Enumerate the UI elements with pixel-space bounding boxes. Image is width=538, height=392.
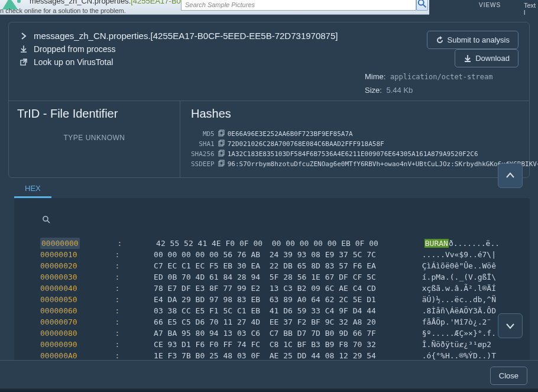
virustotal-row[interactable]: Look up on VirusTotal [20, 57, 353, 67]
hex-bytes: 00 00 00 00 00 56 76 AB 24 39 93 08 E9 3… [154, 249, 376, 260]
trid-column: TrID - File Identifier TYPE UNKNOWN [9, 101, 180, 177]
hash-row-md5: MD5 0E66A96E3E252AA6B0F723BF9EF85A7A [191, 129, 538, 139]
hex-offset: 00000050 [40, 294, 77, 305]
trid-title: TrID - File Identifier [17, 107, 171, 121]
close-button[interactable]: Close [490, 367, 527, 385]
background-search-button[interactable] [416, 0, 428, 11]
hex-ascii: ÇìÁìõë0ê"Ûe..Wöê [422, 260, 496, 271]
external-link-icon [20, 58, 28, 66]
size-row: Size: 5.44 Kb [365, 86, 518, 95]
hex-colon: : [111, 316, 124, 328]
footer-shadow [0, 388, 538, 392]
size-label: Size: [365, 86, 382, 95]
hash-value: 0E66A96E3E252AA6B0F723BF9EF85A7A [225, 129, 538, 139]
copy-icon[interactable] [218, 149, 225, 159]
hex-line: 00000030 : ED 0B 70 4D 61 84 28 94 5F 28… [22, 271, 521, 283]
header-left: messages_zh_CN.properties.[4255EA17-B0CF… [20, 31, 353, 95]
hex-ascii: xçßã.w.â.Ã².l®ÄÍ [422, 283, 496, 294]
hex-bytes: E4 DA 29 BD 97 98 83 EB 63 89 A0 64 62 2… [154, 294, 376, 305]
hex-tabs: HEX [14, 180, 538, 198]
svg-point-0 [17, 0, 21, 3]
hash-value: 72D021026C28A700768E084C6BAAD2FFF918A58F [225, 139, 538, 149]
hex-ascii: §º.....ÆÇ»×}°.f. [422, 328, 496, 339]
hex-ascii: fåÅÖp.'Mî7ò¿.2¨ [422, 316, 496, 328]
chevron-down-icon [505, 320, 516, 331]
hex-offset: 00000040 [40, 283, 77, 294]
hex-bytes: 42 55 52 41 4E F0 0F 00 00 00 00 00 00 E… [156, 238, 378, 249]
submit-label: Submit to analysis [448, 35, 510, 44]
hex-line: 00000050 : E4 DA 29 BD 97 98 83 EB 63 89… [22, 294, 521, 305]
dropped-row[interactable]: Dropped from process [20, 44, 353, 54]
hash-value: 96:S7Orrbym8hzotuDfcuZENOag6e0MTfY6RBVh+… [225, 159, 538, 169]
hex-colon: : [111, 339, 124, 350]
submit-button[interactable]: Submit to analysis [427, 31, 519, 49]
expand-hex-button[interactable] [498, 313, 523, 338]
hex-line: 00000080 : A7 BA 95 80 94 13 03 C6 C7 BB… [22, 328, 521, 339]
hex-line: 00000020 : C7 EC C1 EC F5 EB 30 EA 22 DB… [22, 260, 521, 271]
tab-hex[interactable]: HEX [14, 180, 51, 198]
hex-offset: 00000010 [40, 249, 77, 260]
hash-key: SSDEEP [191, 159, 218, 169]
hex-offset: 00000080 [40, 328, 77, 339]
hex-bytes: A7 BA 95 80 94 13 03 C6 C7 BB D7 7D B0 9… [154, 328, 376, 339]
copy-icon[interactable] [218, 159, 225, 169]
virustotal-label: Look up on VirusTotal [34, 57, 113, 67]
hash-row-sha256: SHA256 1A32C183E835103DF584F6B7536A4E621… [191, 149, 538, 159]
hex-offset: 00000030 [40, 271, 77, 283]
chevron-up-icon [505, 170, 516, 181]
hex-colon: : [111, 271, 124, 283]
mime-value: application/octet-stream [390, 73, 492, 81]
panel-content: TrID - File Identifier TYPE UNKNOWN Hash… [9, 101, 529, 177]
hashes-table: MD5 0E66A96E3E252AA6B0F723BF9EF85A7A SHA… [191, 129, 538, 169]
hash-row-sha1: SHA1 72D021026C28A700768E084C6BAAD2FFF91… [191, 139, 538, 149]
hex-colon: : [111, 260, 124, 271]
file-details-panel: messages_zh_CN.properties.[4255EA17-B0CF… [8, 22, 530, 178]
hash-key: MD5 [191, 129, 218, 139]
modal-footer: Close [0, 360, 538, 392]
text-mode-label[interactable]: Text l [524, 2, 538, 16]
hex-ascii: BURANð.......ë.. [424, 238, 500, 249]
hex-colon: : [111, 283, 124, 294]
hex-line: 00000000 : 42 55 52 41 4E F0 0F 00 00 00… [22, 238, 521, 249]
svg-rect-6 [220, 140, 224, 145]
hex-offset: 00000070 [40, 316, 77, 328]
hex-bytes: 66 E5 C5 D6 70 11 27 4D EE 37 F2 BF 9C 3… [154, 316, 376, 328]
svg-point-1 [419, 0, 424, 5]
panel-header: messages_zh_CN.properties.[4255EA17-B0CF… [9, 22, 529, 101]
chevron-right-icon [20, 32, 28, 40]
hex-colon: : [111, 249, 124, 260]
hex-line: 00000040 : 78 E7 DF E3 8F 77 99 E2 13 C3… [22, 283, 521, 294]
svg-rect-7 [219, 141, 223, 146]
svg-line-13 [47, 221, 50, 223]
hex-bytes: ED 0B 70 4D 61 84 28 94 5F 28 56 1E 67 D… [154, 271, 376, 283]
hash-key: SHA256 [191, 149, 218, 159]
copy-icon[interactable] [218, 139, 225, 149]
hex-offset: 00000090 [40, 339, 77, 350]
size-value: 5.44 Kb [387, 86, 413, 95]
svg-rect-4 [220, 130, 224, 135]
background-search-input[interactable]: Search Sample Pictures [181, 0, 416, 11]
download-label: Download [475, 54, 510, 63]
hex-bytes: CE 93 D1 F6 F0 FF 74 FC C8 1C BF B3 B9 F… [154, 339, 376, 350]
hex-line: 00000060 : 03 38 CC E5 F1 5C C1 EB 41 D6… [22, 305, 521, 316]
hex-bytes: 03 38 CC E5 F1 5C C1 EB 41 D6 59 33 C4 9… [154, 305, 376, 316]
filename: messages_zh_CN.properties.[4255EA17-B0CF… [34, 31, 338, 41]
hex-ascii: .....Vv«$9..é7\| [422, 249, 496, 260]
svg-rect-11 [219, 161, 223, 166]
hex-colon: : [111, 305, 124, 316]
hashes-title: Hashes [191, 107, 538, 121]
filename-row: messages_zh_CN.properties.[4255EA17-B0CF… [20, 31, 353, 41]
dropped-icon [20, 45, 28, 53]
copy-icon[interactable] [218, 129, 225, 139]
hash-key: SHA1 [191, 139, 218, 149]
hex-offset: 00000020 [40, 260, 77, 271]
hex-search-icon[interactable] [24, 204, 50, 238]
header-buttons: Submit to analysis Download [365, 31, 518, 67]
hex-colon: : [111, 328, 124, 339]
scroll-to-top-button[interactable] [498, 163, 523, 188]
svg-rect-8 [220, 150, 224, 155]
hex-line: 00000090 : CE 93 D1 F6 F0 FF 74 FC C8 1C… [22, 339, 521, 350]
hex-ascii: äÚ)½...ëc..db,^Ñ [422, 294, 496, 305]
trid-type-unknown: TYPE UNKNOWN [17, 134, 171, 142]
download-button[interactable]: Download [455, 49, 518, 67]
